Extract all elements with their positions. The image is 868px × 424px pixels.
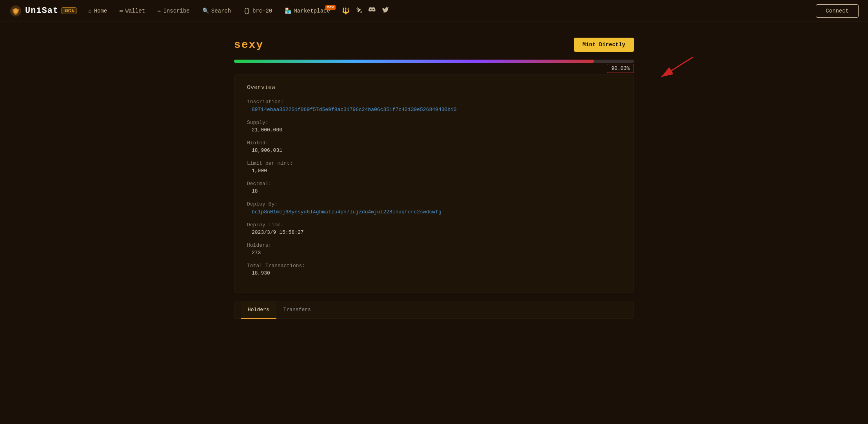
supply-label: Supply: bbox=[247, 120, 621, 126]
svg-line-3 bbox=[661, 57, 693, 77]
overview-title: Overview bbox=[247, 84, 621, 91]
total-tx-value: 18,930 bbox=[247, 270, 621, 276]
mint-directly-button[interactable]: Mint Directly bbox=[574, 38, 634, 52]
decimal-label: Decimal: bbox=[247, 181, 621, 187]
tab-transfers[interactable]: Transfers bbox=[276, 301, 318, 319]
deploy-by-label: Deploy By: bbox=[247, 201, 621, 207]
limit-label: Limit per mint: bbox=[247, 160, 621, 166]
field-deploy-by: Deploy By: bc1p8n01mcj68ynsyd6l4ghmatzu4… bbox=[247, 201, 621, 215]
inscription-value[interactable]: 89714ebaa3S22S1f069f57d5e9f8ac31796c24ba… bbox=[247, 107, 457, 113]
nav-marketplace-label: Marketplace bbox=[294, 8, 330, 14]
overview-card: Overview inscription: 89714ebaa3S22S1f06… bbox=[234, 75, 634, 293]
progress-label-container: 90.03% bbox=[234, 65, 634, 71]
nav-wallet[interactable]: ▭ Wallet bbox=[114, 5, 151, 16]
inscription-label: inscription: bbox=[247, 99, 621, 105]
svg-point-1 bbox=[14, 9, 18, 13]
search-icon: 🔍 bbox=[202, 7, 209, 14]
tabs-card: Holders Transfers bbox=[234, 301, 634, 319]
field-holders: Holders: 273 bbox=[247, 242, 621, 256]
decimal-value: 18 bbox=[247, 188, 621, 194]
satellite-icon[interactable]: 🛰 bbox=[356, 7, 362, 15]
new-badge: new bbox=[325, 5, 336, 10]
field-limit: Limit per mint: 1,000 bbox=[247, 160, 621, 174]
inscribe-icon: ✏ bbox=[158, 7, 161, 14]
twitter-icon[interactable] bbox=[382, 6, 389, 15]
tab-holders[interactable]: Holders bbox=[241, 301, 276, 319]
navbar: UniSat Beta ⌂ Home ▭ Wallet ✏ Inscribe 🔍… bbox=[0, 0, 868, 22]
main-content: sexy Mint Directly 90.03% bbox=[226, 22, 642, 335]
field-inscription: inscription: 89714ebaa3S22S1f069f57d5e9f… bbox=[247, 99, 621, 113]
nav-links: ⌂ Home ▭ Wallet ✏ Inscribe 🔍 Search {} b… bbox=[83, 5, 816, 16]
nav-marketplace[interactable]: 🏪 Marketplace new bbox=[279, 5, 335, 16]
deploy-time-label: Deploy Time: bbox=[247, 222, 621, 228]
token-name: sexy bbox=[234, 39, 263, 51]
field-deploy-time: Deploy Time: 2023/3/9 15:58:27 bbox=[247, 222, 621, 235]
connect-button[interactable]: Connect bbox=[816, 4, 859, 18]
logo[interactable]: UniSat Beta bbox=[9, 5, 76, 17]
nav-brc20[interactable]: {} brc-20 bbox=[238, 5, 278, 16]
field-decimal: Decimal: 18 bbox=[247, 181, 621, 194]
progress-container: 90.03% bbox=[234, 60, 634, 71]
unisat-logo-icon bbox=[9, 5, 22, 17]
deploy-time-value: 2023/3/9 15:58:27 bbox=[247, 229, 621, 235]
arrow-icon bbox=[650, 53, 697, 85]
progress-label: 90.03% bbox=[607, 64, 634, 73]
nav-brc20-label: brc-20 bbox=[252, 8, 272, 14]
tabs-header: Holders Transfers bbox=[234, 301, 634, 319]
deploy-by-value[interactable]: bc1p8n01mcj68ynsyd6l4ghmatzu4pn7lujzdu4w… bbox=[247, 209, 441, 215]
social-icons: 🔱 🛰 bbox=[342, 6, 389, 15]
nav-home-label: Home bbox=[94, 8, 107, 14]
nav-home[interactable]: ⌂ Home bbox=[83, 5, 113, 16]
nav-wallet-label: Wallet bbox=[125, 8, 145, 14]
holders-value: 273 bbox=[247, 250, 621, 256]
progress-bar-background bbox=[234, 60, 634, 63]
home-icon: ⌂ bbox=[88, 8, 91, 14]
nav-search[interactable]: 🔍 Search bbox=[197, 5, 236, 16]
nav-inscribe-label: Inscribe bbox=[163, 8, 190, 14]
trident-icon[interactable]: 🔱 bbox=[342, 7, 350, 15]
minted-value: 18,906,031 bbox=[247, 147, 621, 153]
logo-text: UniSat bbox=[25, 6, 58, 16]
marketplace-icon: 🏪 bbox=[285, 7, 291, 14]
minted-label: Minted: bbox=[247, 140, 621, 146]
field-minted: Minted: 18,906,031 bbox=[247, 140, 621, 153]
nav-search-label: Search bbox=[211, 8, 231, 14]
brc20-icon: {} bbox=[243, 8, 250, 14]
field-supply: Supply: 21,000,000 bbox=[247, 120, 621, 133]
field-total-tx: Total Transactions: 18,930 bbox=[247, 263, 621, 276]
token-header: sexy Mint Directly bbox=[234, 38, 634, 52]
beta-badge: Beta bbox=[62, 7, 76, 14]
total-tx-label: Total Transactions: bbox=[247, 263, 621, 269]
wallet-icon: ▭ bbox=[120, 7, 123, 14]
discord-icon[interactable] bbox=[369, 6, 376, 15]
nav-inscribe[interactable]: ✏ Inscribe bbox=[152, 5, 195, 16]
holders-label: Holders: bbox=[247, 242, 621, 248]
supply-value: 21,000,000 bbox=[247, 127, 621, 133]
limit-value: 1,000 bbox=[247, 168, 621, 174]
arrow-annotation bbox=[650, 53, 697, 86]
progress-bar-fill bbox=[234, 60, 594, 63]
